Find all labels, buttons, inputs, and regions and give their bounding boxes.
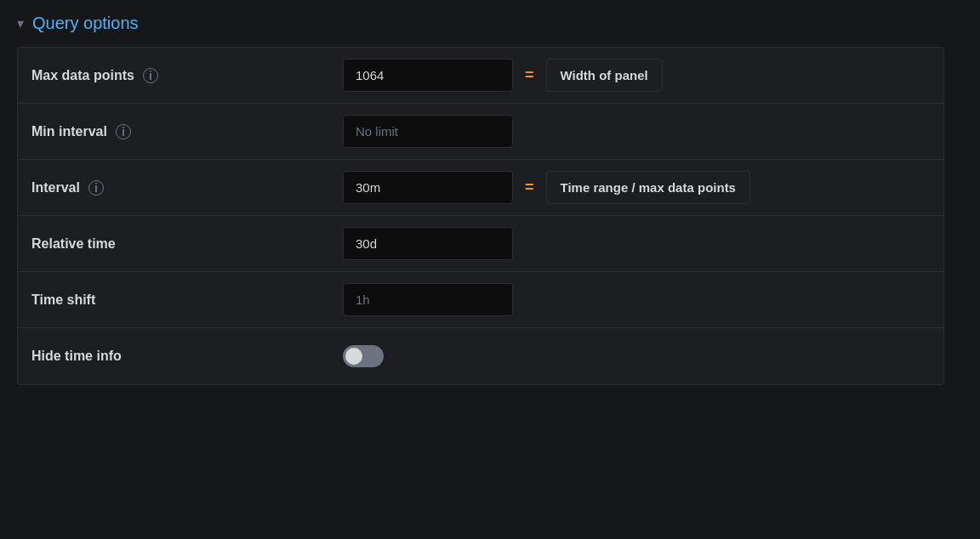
hide-time-info-toggle[interactable]	[343, 345, 384, 367]
min-interval-label-cell: Min interval i	[18, 114, 333, 150]
max-data-points-input[interactable]	[343, 59, 513, 92]
query-options-container: Max data points i = Width of panel Min i…	[17, 47, 944, 385]
hide-time-info-label-cell: Hide time info	[18, 338, 333, 374]
relative-time-input[interactable]	[343, 227, 513, 260]
time-shift-label: Time shift	[31, 292, 95, 308]
max-data-points-label-cell: Max data points i	[18, 58, 333, 94]
min-interval-input[interactable]	[343, 115, 513, 148]
max-data-points-label: Max data points	[31, 68, 134, 83]
time-shift-input[interactable]	[343, 283, 513, 316]
interval-equals: =	[521, 179, 538, 196]
hide-time-info-label: Hide time info	[31, 349, 122, 364]
page-container: ▾ Query options Max data points i = Widt…	[0, 0, 980, 539]
max-data-points-row: Max data points i = Width of panel	[18, 48, 943, 104]
hide-time-info-toggle-wrapper	[333, 337, 394, 376]
time-shift-label-cell: Time shift	[18, 282, 333, 318]
time-shift-content	[333, 275, 943, 325]
toggle-slider	[343, 345, 384, 367]
interval-label-cell: Interval i	[18, 170, 333, 206]
relative-time-row: Relative time	[18, 216, 943, 272]
relative-time-label-cell: Relative time	[18, 226, 333, 262]
max-data-points-content: = Width of panel	[333, 50, 943, 100]
max-data-points-info-icon[interactable]: i	[143, 68, 158, 83]
chevron-down-icon: ▾	[17, 15, 24, 31]
section-title: Query options	[32, 14, 139, 33]
min-interval-label: Min interval	[31, 124, 107, 139]
interval-row: Interval i = Time range / max data point…	[18, 160, 943, 216]
max-data-points-computed: Width of panel	[546, 59, 663, 92]
relative-time-content	[333, 218, 943, 269]
interval-label: Interval	[31, 180, 80, 196]
min-interval-content	[333, 106, 943, 156]
max-data-points-equals: =	[521, 66, 538, 84]
time-shift-row: Time shift	[18, 272, 943, 328]
section-header[interactable]: ▾ Query options	[17, 14, 963, 33]
relative-time-label: Relative time	[31, 236, 116, 252]
interval-computed: Time range / max data points	[546, 171, 750, 204]
min-interval-row: Min interval i	[18, 104, 943, 160]
interval-content: = Time range / max data points	[333, 162, 943, 213]
min-interval-info-icon[interactable]: i	[116, 124, 131, 139]
interval-input[interactable]	[343, 171, 513, 204]
hide-time-info-row: Hide time info	[18, 328, 943, 384]
interval-info-icon[interactable]: i	[88, 180, 104, 196]
